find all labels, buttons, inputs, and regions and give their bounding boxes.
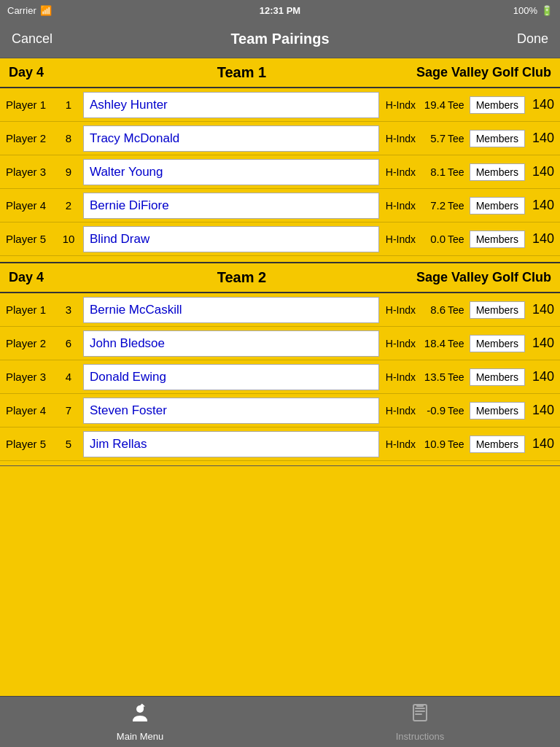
tab-main-menu-label: Main Menu	[117, 731, 163, 742]
player-number: 6	[58, 337, 79, 349]
team2-players: Player 1 3 Bernie McCaskill H-Indx 8.6 T…	[0, 293, 560, 461]
player-name-text: Bernie McCaskill	[90, 303, 182, 317]
battery-icon: 🔋	[541, 5, 553, 16]
tee-label: Tee	[448, 438, 464, 450]
status-bar: Carrier 📶 12:31 PM 100% 🔋	[0, 0, 560, 20]
members-button[interactable]: Members	[470, 130, 525, 147]
hindx-label: H-Indx	[386, 405, 416, 417]
player-name-text: Donald Ewing	[90, 370, 166, 384]
tee-label: Tee	[448, 338, 464, 349]
tee-label: Tee	[448, 133, 464, 144]
hindx-value: -0.9	[418, 404, 446, 417]
members-button[interactable]: Members	[470, 163, 525, 181]
members-button[interactable]: Members	[470, 335, 525, 352]
hindx-value: 5.7	[418, 132, 446, 144]
player-name-field[interactable]: Tracy McDonald	[83, 125, 379, 152]
team1-course-label: Sage Valley Golf Club	[416, 65, 551, 80]
player-name-text: Steven Foster	[90, 403, 167, 418]
player-name-text: Ashley Hunter	[90, 98, 168, 112]
score-value: 140	[528, 97, 554, 112]
members-button[interactable]: Members	[470, 402, 525, 419]
player-name-field[interactable]: Walter Young	[83, 159, 379, 185]
hindx-value: 19.4	[418, 98, 446, 111]
team2-team-label: Team 2	[67, 269, 416, 286]
table-row: Player 4 2 Bernie DiFiore H-Indx 7.2 Tee…	[0, 189, 560, 222]
player-name-field[interactable]: Jim Rellas	[83, 431, 379, 457]
hindx-label: H-Indx	[386, 166, 416, 178]
player-number: 5	[58, 438, 79, 450]
hindx-value: 0.0	[418, 233, 446, 245]
tee-label: Tee	[448, 371, 464, 383]
player-name-field[interactable]: Blind Draw	[83, 226, 379, 252]
player-label: Player 4	[6, 404, 58, 417]
team2-day-label: Day 4	[9, 270, 67, 285]
hindx-label: H-Indx	[386, 304, 416, 316]
team1-team-label: Team 1	[67, 64, 416, 81]
bottom-divider	[0, 465, 560, 466]
hindx-label: H-Indx	[386, 99, 416, 111]
player-number: 3	[58, 303, 79, 316]
score-value: 140	[528, 403, 554, 418]
player-label: Player 5	[6, 438, 58, 450]
hindx-value: 7.2	[418, 199, 446, 212]
player-name-field[interactable]: Bernie McCaskill	[83, 297, 379, 323]
team1-header: Day 4 Team 1 Sage Valley Golf Club	[0, 58, 560, 88]
score-value: 140	[528, 336, 554, 351]
hindx-label: H-Indx	[386, 371, 416, 383]
player-name-field[interactable]: Ashley Hunter	[83, 92, 379, 118]
player-name-field[interactable]: Donald Ewing	[83, 364, 379, 390]
table-row: Player 2 6 John Bledsoe H-Indx 18.4 Tee …	[0, 327, 560, 360]
carrier-label: Carrier	[7, 5, 36, 16]
members-button[interactable]: Members	[470, 96, 525, 114]
score-value: 140	[528, 131, 554, 146]
player-name-field[interactable]: Bernie DiFiore	[83, 193, 379, 219]
hindx-value: 13.5	[418, 371, 446, 383]
cancel-button[interactable]: Cancel	[12, 31, 52, 47]
team1-players: Player 1 1 Ashley Hunter H-Indx 19.4 Tee…	[0, 88, 560, 256]
done-button[interactable]: Done	[517, 31, 548, 47]
player-name-text: Tracy McDonald	[90, 131, 179, 146]
tab-instructions-label: Instructions	[396, 731, 444, 742]
members-button[interactable]: Members	[470, 197, 525, 214]
svg-rect-5	[415, 713, 422, 715]
player-label: Player 2	[6, 132, 58, 144]
player-number: 1	[58, 98, 79, 111]
nav-bar: Cancel Team Pairings Done	[0, 20, 560, 58]
status-time: 12:31 PM	[260, 5, 300, 16]
status-right: 100% 🔋	[513, 5, 553, 16]
tee-label: Tee	[448, 200, 464, 212]
hindx-label: H-Indx	[386, 233, 416, 245]
player-name-text: Bernie DiFiore	[90, 198, 169, 213]
player-name-field[interactable]: Steven Foster	[83, 398, 379, 424]
members-button[interactable]: Members	[470, 231, 525, 248]
player-label: Player 3	[6, 371, 58, 383]
player-name-text: John Bledsoe	[90, 336, 165, 351]
table-row: Player 2 8 Tracy McDonald H-Indx 5.7 Tee…	[0, 122, 560, 155]
player-name-text: Blind Draw	[90, 232, 149, 247]
score-value: 140	[528, 231, 554, 247]
player-label: Player 2	[6, 337, 58, 349]
player-number: 9	[58, 166, 79, 178]
tee-label: Tee	[448, 233, 464, 245]
tab-bar: Main Menu Instructions	[0, 696, 560, 747]
table-row: Player 5 10 Blind Draw H-Indx 0.0 Tee Me…	[0, 222, 560, 256]
table-row: Player 1 1 Ashley Hunter H-Indx 19.4 Tee…	[0, 88, 560, 122]
player-name-field[interactable]: John Bledsoe	[83, 330, 379, 357]
wifi-icon: 📶	[40, 5, 52, 16]
members-button[interactable]: Members	[470, 368, 525, 386]
nav-title: Team Pairings	[230, 31, 329, 47]
battery-percent: 100%	[513, 5, 537, 16]
player-name-text: Jim Rellas	[90, 437, 147, 452]
table-row: Player 3 4 Donald Ewing H-Indx 13.5 Tee …	[0, 360, 560, 394]
svg-rect-6	[416, 705, 424, 707]
hindx-value: 8.1	[418, 166, 446, 178]
score-value: 140	[528, 302, 554, 317]
members-button[interactable]: Members	[470, 301, 525, 319]
tab-main-menu[interactable]: Main Menu	[0, 703, 280, 742]
score-value: 140	[528, 164, 554, 179]
members-button[interactable]: Members	[470, 436, 525, 453]
table-row: Player 5 5 Jim Rellas H-Indx 10.9 Tee Me…	[0, 427, 560, 461]
tab-instructions[interactable]: Instructions	[280, 703, 560, 742]
player-label: Player 4	[6, 199, 58, 212]
tee-label: Tee	[448, 99, 464, 111]
